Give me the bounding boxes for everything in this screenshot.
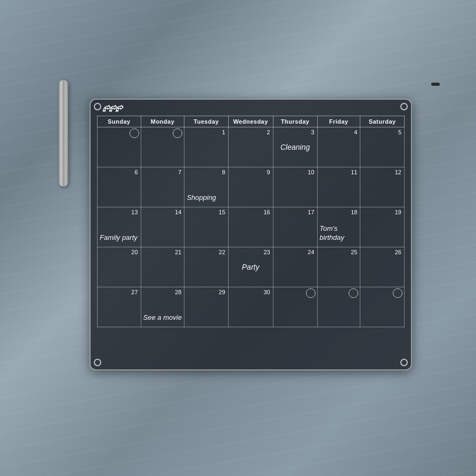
col-saturday: Saturday <box>360 116 405 127</box>
calendar-cell: 4 <box>317 127 360 167</box>
day-number: 26 <box>395 249 401 255</box>
day-number: 4 <box>354 129 357 135</box>
day-number: 5 <box>398 129 401 135</box>
col-wednesday: Wednesday <box>228 116 273 127</box>
days-header-row: Sunday Monday Tuesday Wednesday Thursday… <box>98 116 405 127</box>
calendar-header: ⮳⮳⮳ <box>97 105 405 114</box>
col-sunday: Sunday <box>98 116 141 127</box>
calendar-cell: 24 <box>273 247 317 287</box>
calendar-cell: 20 <box>98 247 141 287</box>
corner-bl <box>94 359 101 366</box>
day-number: 28 <box>175 289 181 295</box>
calendar-cell <box>317 287 360 327</box>
calendar-cell <box>141 127 184 167</box>
calendar-cell: 3Cleaning <box>273 127 317 167</box>
calendar-cell: 6 <box>98 167 141 207</box>
day-number: 10 <box>308 169 314 175</box>
col-friday: Friday <box>317 116 360 127</box>
calendar-cell: 7 <box>141 167 184 207</box>
day-number: 1 <box>222 129 225 135</box>
fridge-background: ⮳⮳⮳ Sunday Monday Tuesday Wednesday Thur… <box>0 0 476 476</box>
planner-title: ⮳⮳⮳ <box>99 105 122 114</box>
corner-tl <box>94 103 101 110</box>
calendar-cell: 1 <box>184 127 228 167</box>
fridge-handle <box>59 80 68 187</box>
day-circle <box>306 288 316 298</box>
calendar-cell: 17 <box>273 207 317 247</box>
day-number: 29 <box>219 289 225 295</box>
calendar-cell: 26 <box>360 247 405 287</box>
calendar-cell: 19 <box>360 207 405 247</box>
calendar-cell: 8Shopping <box>184 167 228 207</box>
day-number: 13 <box>131 209 138 215</box>
day-number: 17 <box>308 209 314 215</box>
calendar-cell <box>98 127 141 167</box>
day-number: 11 <box>351 169 357 175</box>
day-number: 20 <box>131 249 138 255</box>
calendar-cell: 30 <box>228 287 273 327</box>
day-number: 21 <box>175 249 181 255</box>
calendar-cell: 25 <box>317 247 360 287</box>
day-number: 2 <box>267 129 270 135</box>
arrows-icon: ⮳⮳⮳ <box>102 105 122 114</box>
event-label: Cleaning <box>280 142 310 152</box>
calendar-week-1: 678Shopping9101112 <box>98 167 405 207</box>
event-label: See a movie <box>143 313 182 322</box>
event-label: Tom's birthday <box>320 224 360 243</box>
day-number: 23 <box>263 249 270 255</box>
calendar-board: ⮳⮳⮳ Sunday Monday Tuesday Wednesday Thur… <box>90 99 412 370</box>
day-number: 6 <box>134 169 138 175</box>
calendar-cell: 16 <box>228 207 273 247</box>
day-number: 7 <box>178 169 181 175</box>
day-number: 27 <box>131 289 138 295</box>
calendar-cell: 29 <box>184 287 228 327</box>
col-thursday: Thursday <box>273 116 317 127</box>
day-circle <box>173 128 182 138</box>
calendar-cell: 28See a movie <box>141 287 184 327</box>
day-circle <box>349 288 358 298</box>
event-label: Party <box>242 262 260 272</box>
calendar-cell: 22 <box>184 247 228 287</box>
calendar-cell: 23Party <box>228 247 273 287</box>
day-number: 14 <box>175 209 181 215</box>
corner-br <box>400 359 408 366</box>
calendar-cell: 9 <box>228 167 273 207</box>
event-label: Family party <box>100 233 138 243</box>
corner-tr <box>400 103 408 110</box>
calendar-cell: 10 <box>273 167 317 207</box>
day-number: 3 <box>311 129 314 135</box>
calendar-cell: 5 <box>360 127 405 167</box>
event-label: Shopping <box>187 193 216 203</box>
day-circle <box>130 128 139 138</box>
calendar-cell: 2 <box>228 127 273 167</box>
calendar-cell: 18Tom's birthday <box>317 207 360 247</box>
calendar-cell: 15 <box>184 207 228 247</box>
day-number: 18 <box>351 209 357 215</box>
calendar-week-2: 13Family party1415161718Tom's birthday19 <box>98 207 405 247</box>
day-number: 12 <box>395 169 401 175</box>
calendar-cell: 21 <box>141 247 184 287</box>
day-number: 16 <box>263 209 270 215</box>
col-tuesday: Tuesday <box>184 116 228 127</box>
day-number: 22 <box>219 249 225 255</box>
day-number: 9 <box>267 169 270 175</box>
calendar-cell <box>273 287 317 327</box>
calendar-cell: 13Family party <box>98 207 141 247</box>
calendar-week-4: 2728See a movie2930 <box>98 287 405 327</box>
day-number: 8 <box>222 169 225 175</box>
calendar-grid: Sunday Monday Tuesday Wednesday Thursday… <box>97 116 405 327</box>
day-number: 19 <box>395 209 401 215</box>
day-number: 24 <box>308 249 314 255</box>
calendar-cell: 12 <box>360 167 405 207</box>
calendar-cell: 14 <box>141 207 184 247</box>
calendar-week-0: 123Cleaning45 <box>98 127 405 167</box>
day-number: 15 <box>219 209 225 215</box>
col-monday: Monday <box>141 116 184 127</box>
day-number: 30 <box>263 289 270 295</box>
day-number: 25 <box>351 249 357 255</box>
calendar-cell <box>360 287 405 327</box>
calendar-cell: 11 <box>317 167 360 207</box>
day-circle <box>393 288 402 298</box>
brand-label <box>431 83 440 86</box>
calendar-week-3: 20212223Party242526 <box>98 247 405 287</box>
